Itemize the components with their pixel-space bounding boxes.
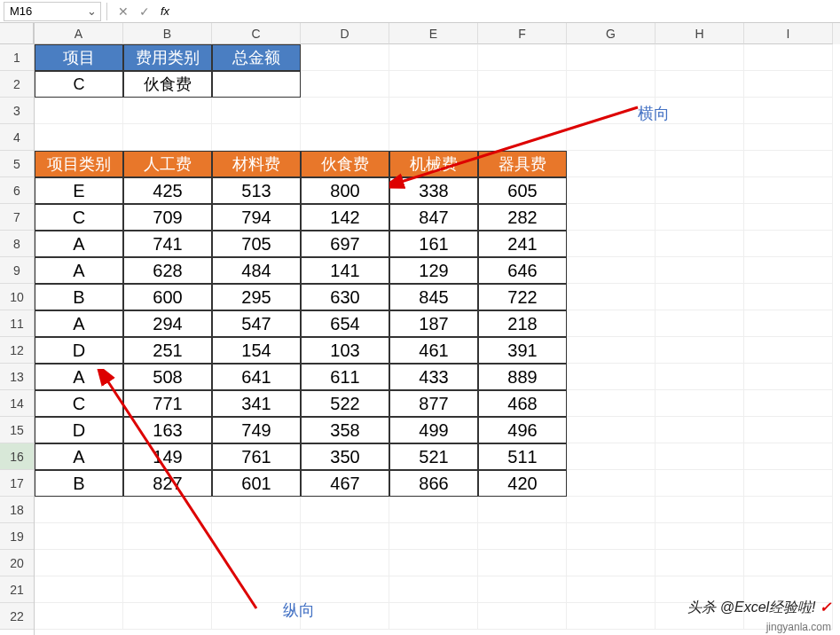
cell-B21[interactable] bbox=[123, 576, 212, 603]
cell-H4[interactable] bbox=[656, 124, 744, 151]
row-header-2[interactable]: 2 bbox=[0, 71, 34, 98]
cell-C17[interactable]: 601 bbox=[212, 470, 301, 497]
cell-I7[interactable] bbox=[744, 204, 833, 231]
cell-D7[interactable]: 142 bbox=[301, 204, 389, 231]
column-header-E[interactable]: E bbox=[389, 23, 478, 44]
cell-H9[interactable] bbox=[656, 257, 744, 284]
cell-A15[interactable]: D bbox=[35, 417, 123, 443]
cell-I5[interactable] bbox=[744, 151, 833, 177]
cell-I4[interactable] bbox=[744, 124, 833, 151]
cell-F15[interactable]: 496 bbox=[478, 417, 567, 443]
cell-D2[interactable] bbox=[301, 71, 389, 98]
cell-E12[interactable]: 461 bbox=[389, 337, 478, 364]
cell-D5[interactable]: 伙食费 bbox=[301, 151, 389, 177]
cell-H12[interactable] bbox=[656, 337, 744, 364]
cell-D20[interactable] bbox=[301, 550, 389, 576]
cell-D1[interactable] bbox=[301, 44, 389, 71]
cell-G15[interactable] bbox=[567, 417, 656, 443]
cell-I9[interactable] bbox=[744, 257, 833, 284]
cell-H18[interactable] bbox=[656, 497, 744, 523]
cells-area[interactable]: 项目费用类别总金额C伙食费项目类别人工费材料费伙食费机械费器具费E4255138… bbox=[35, 44, 833, 630]
cell-F18[interactable] bbox=[478, 497, 567, 523]
cell-G19[interactable] bbox=[567, 523, 656, 550]
cell-H1[interactable] bbox=[656, 44, 744, 71]
cell-A16[interactable]: A bbox=[35, 443, 123, 470]
cell-E4[interactable] bbox=[389, 124, 478, 151]
cell-I3[interactable] bbox=[744, 98, 833, 124]
cell-I16[interactable] bbox=[744, 443, 833, 470]
cell-F12[interactable]: 391 bbox=[478, 337, 567, 364]
cell-B3[interactable] bbox=[123, 98, 212, 124]
cell-A3[interactable] bbox=[35, 98, 123, 124]
cell-C7[interactable]: 794 bbox=[212, 204, 301, 231]
cell-G18[interactable] bbox=[567, 497, 656, 523]
row-header-19[interactable]: 19 bbox=[0, 523, 34, 550]
cell-G7[interactable] bbox=[567, 204, 656, 231]
row-header-10[interactable]: 10 bbox=[0, 284, 34, 310]
cell-E9[interactable]: 129 bbox=[389, 257, 478, 284]
cell-B18[interactable] bbox=[123, 497, 212, 523]
cell-I18[interactable] bbox=[744, 497, 833, 523]
cancel-icon[interactable]: ✕ bbox=[113, 4, 134, 19]
row-header-15[interactable]: 15 bbox=[0, 417, 34, 443]
row-header-20[interactable]: 20 bbox=[0, 550, 34, 576]
cell-H10[interactable] bbox=[656, 284, 744, 310]
cell-H17[interactable] bbox=[656, 470, 744, 497]
cell-G21[interactable] bbox=[567, 576, 656, 603]
cell-I2[interactable] bbox=[744, 71, 833, 98]
cell-I12[interactable] bbox=[744, 337, 833, 364]
cell-F20[interactable] bbox=[478, 550, 567, 576]
cell-G9[interactable] bbox=[567, 257, 656, 284]
cell-B2[interactable]: 伙食费 bbox=[123, 71, 212, 98]
cell-F10[interactable]: 722 bbox=[478, 284, 567, 310]
cell-C10[interactable]: 295 bbox=[212, 284, 301, 310]
cell-G6[interactable] bbox=[567, 177, 656, 204]
cell-E20[interactable] bbox=[389, 550, 478, 576]
cell-A14[interactable]: C bbox=[35, 390, 123, 417]
cell-F2[interactable] bbox=[478, 71, 567, 98]
cell-E7[interactable]: 847 bbox=[389, 204, 478, 231]
cell-E17[interactable]: 866 bbox=[389, 470, 478, 497]
cell-B19[interactable] bbox=[123, 523, 212, 550]
column-header-F[interactable]: F bbox=[478, 23, 567, 44]
cell-G11[interactable] bbox=[567, 310, 656, 337]
cell-H20[interactable] bbox=[656, 550, 744, 576]
cell-E13[interactable]: 433 bbox=[389, 364, 478, 390]
column-header-B[interactable]: B bbox=[123, 23, 212, 44]
row-header-13[interactable]: 13 bbox=[0, 364, 34, 390]
cell-D12[interactable]: 103 bbox=[301, 337, 389, 364]
cell-B1[interactable]: 费用类别 bbox=[123, 44, 212, 71]
row-header-21[interactable]: 21 bbox=[0, 576, 34, 603]
cell-F14[interactable]: 468 bbox=[478, 390, 567, 417]
cell-C4[interactable] bbox=[212, 124, 301, 151]
cell-A19[interactable] bbox=[35, 523, 123, 550]
cell-G8[interactable] bbox=[567, 231, 656, 257]
cell-F16[interactable]: 511 bbox=[478, 443, 567, 470]
cell-B15[interactable]: 163 bbox=[123, 417, 212, 443]
row-header-4[interactable]: 4 bbox=[0, 124, 34, 151]
column-header-A[interactable]: A bbox=[35, 23, 123, 44]
cell-E18[interactable] bbox=[389, 497, 478, 523]
cell-A5[interactable]: 项目类别 bbox=[35, 151, 123, 177]
cell-F13[interactable]: 889 bbox=[478, 364, 567, 390]
cell-F1[interactable] bbox=[478, 44, 567, 71]
cell-H2[interactable] bbox=[656, 71, 744, 98]
cell-I10[interactable] bbox=[744, 284, 833, 310]
cell-D10[interactable]: 630 bbox=[301, 284, 389, 310]
cell-A20[interactable] bbox=[35, 550, 123, 576]
cell-I17[interactable] bbox=[744, 470, 833, 497]
cell-H8[interactable] bbox=[656, 231, 744, 257]
cell-B8[interactable]: 741 bbox=[123, 231, 212, 257]
row-header-9[interactable]: 9 bbox=[0, 257, 34, 284]
cell-B16[interactable]: 149 bbox=[123, 443, 212, 470]
cell-C6[interactable]: 513 bbox=[212, 177, 301, 204]
cell-F4[interactable] bbox=[478, 124, 567, 151]
cell-A11[interactable]: A bbox=[35, 310, 123, 337]
cell-D19[interactable] bbox=[301, 523, 389, 550]
cell-E19[interactable] bbox=[389, 523, 478, 550]
cell-D13[interactable]: 611 bbox=[301, 364, 389, 390]
cell-G1[interactable] bbox=[567, 44, 656, 71]
cell-D3[interactable] bbox=[301, 98, 389, 124]
cell-I19[interactable] bbox=[744, 523, 833, 550]
cell-E10[interactable]: 845 bbox=[389, 284, 478, 310]
